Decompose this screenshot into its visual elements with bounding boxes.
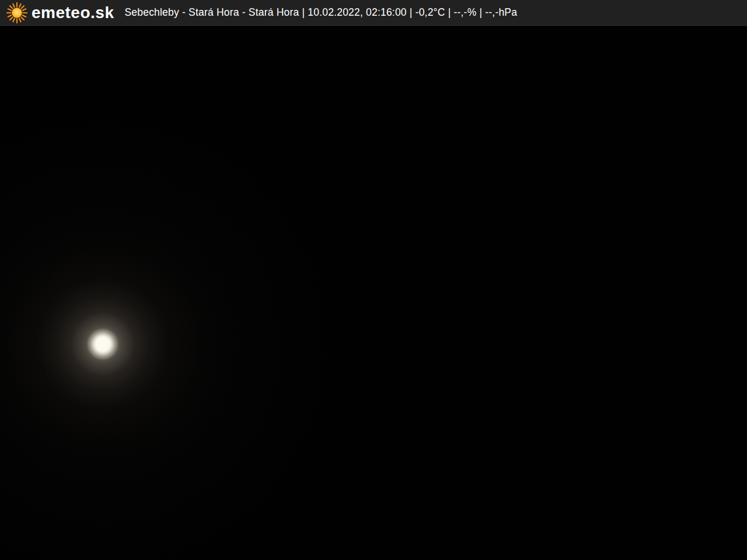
logo-text: emeteo.sk: [32, 5, 114, 21]
webcam-night-sky-image: [0, 26, 747, 560]
header-bar: emeteo.sk Sebechleby - Stará Hora - Star…: [0, 0, 747, 26]
moon: [4, 245, 202, 443]
station-info-line: Sebechleby - Stará Hora - Stará Hora | 1…: [124, 6, 517, 19]
webcam-page: emeteo.sk Sebechleby - Stará Hora - Star…: [0, 0, 747, 560]
sun-icon: [6, 2, 28, 24]
site-logo[interactable]: emeteo.sk: [6, 2, 114, 24]
